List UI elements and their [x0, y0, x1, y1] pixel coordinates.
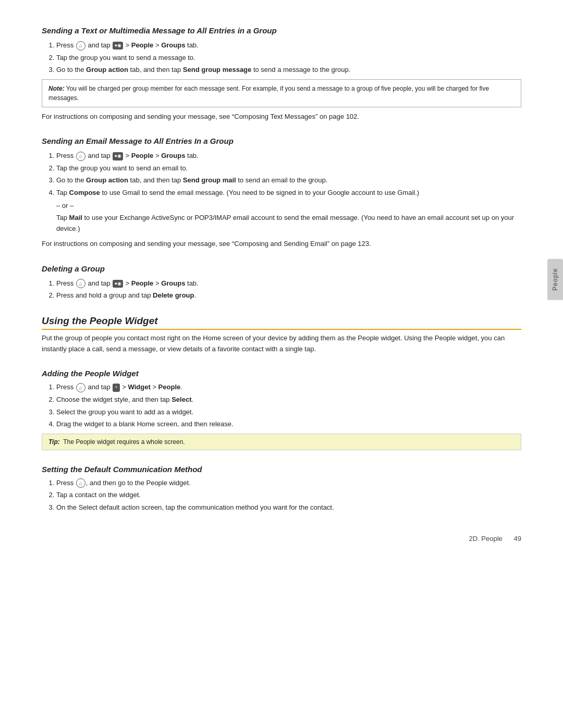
list-item: Choose the widget style, and then tap Se… [56, 394, 521, 405]
section3-steps: Press ⌂ and tap ●◉ > People > Groups tab… [56, 278, 521, 301]
note-label: Note: [48, 85, 65, 92]
section2-para: For instructions on composing and sendin… [42, 239, 521, 250]
list-item: Tap a contact on the widget. [56, 490, 521, 500]
list-item: Go to the Group action tab, and then tap… [56, 175, 521, 186]
plus-icon: + [113, 384, 119, 392]
or-para: Tap Mail to use your Exchange ActiveSync… [56, 213, 521, 235]
list-item: Tap Compose to use Gmail to send the ema… [56, 188, 521, 198]
home-icon: ⌂ [76, 478, 85, 488]
list-item: Press and hold a group and tap Delete gr… [56, 290, 521, 301]
home-icon: ⌂ [76, 383, 85, 392]
section-using-people-widget: Using the People Widget Put the group of… [42, 315, 521, 355]
tip-text: The People widget requires a whole scree… [63, 438, 185, 446]
section4-para: Put the group of people you contact most… [42, 333, 521, 355]
tip-label: Tip: [48, 438, 60, 446]
section1-steps: Press ⌂ and tap ●◉ > People > Groups tab… [56, 40, 521, 75]
list-item: Press ⌂ and tap ●◉ > People > Groups tab… [56, 278, 521, 289]
section5-title: Adding the People Widget [42, 369, 521, 378]
list-item: Go to the Group action tab, and then tap… [56, 65, 521, 75]
section2-steps: Press ⌂ and tap ●◉ > People > Groups tab… [56, 151, 521, 198]
side-tab: People [547, 258, 563, 300]
section2-title: Sending an Email Message to All Entries … [42, 137, 521, 145]
section-deleting-group: Deleting a Group Press ⌂ and tap ●◉ > Pe… [42, 264, 521, 301]
page: People Sending a Text or Multimedia Mess… [0, 0, 563, 558]
footer-text: 2D. People [469, 535, 503, 542]
section1-title: Sending a Text or Multimedia Message to … [42, 26, 521, 35]
footer-page: 49 [514, 535, 521, 542]
list-item: Select the group you want to add as a wi… [56, 407, 521, 417]
tip-box: Tip: The People widget requires a whole … [42, 434, 521, 450]
home-icon: ⌂ [76, 279, 85, 288]
or-separator: – or – [56, 202, 521, 209]
section6-steps: Press ⌂, and then go to the People widge… [56, 478, 521, 513]
section5-steps: Press ⌂ and tap + > Widget > People. Cho… [56, 382, 521, 429]
list-item: Tap the group you want to send an email … [56, 163, 521, 174]
list-item: Press ⌂ and tap ●◉ > People > Groups tab… [56, 151, 521, 161]
footer: 2D. People 49 [469, 535, 521, 542]
list-item: Press ⌂ and tap + > Widget > People. [56, 382, 521, 392]
list-item: Press ⌂, and then go to the People widge… [56, 478, 521, 488]
home-icon: ⌂ [76, 152, 85, 161]
list-item: Tap the group you want to send a message… [56, 53, 521, 63]
section-sending-email: Sending an Email Message to All Entries … [42, 137, 521, 249]
section1-para: For instructions on composing and sendin… [42, 112, 521, 122]
contacts-icon: ●◉ [113, 42, 123, 50]
section4-title: Using the People Widget [42, 315, 521, 330]
contacts-icon: ●◉ [113, 152, 123, 161]
list-item: Press ⌂ and tap ●◉ > People > Groups tab… [56, 40, 521, 51]
list-item: Drag the widget to a blank Home screen, … [56, 419, 521, 429]
contacts-icon: ●◉ [113, 280, 123, 288]
note-box: Note: You will be charged per group memb… [42, 79, 521, 107]
section-default-comm: Setting the Default Communication Method… [42, 465, 521, 513]
section3-title: Deleting a Group [42, 264, 521, 273]
section-sending-text: Sending a Text or Multimedia Message to … [42, 26, 521, 122]
home-icon: ⌂ [76, 41, 85, 51]
list-item: On the Select default action screen, tap… [56, 502, 521, 513]
note-text: You will be charged per group member for… [48, 85, 489, 102]
section-adding-widget: Adding the People Widget Press ⌂ and tap… [42, 369, 521, 450]
section6-title: Setting the Default Communication Method [42, 465, 521, 474]
